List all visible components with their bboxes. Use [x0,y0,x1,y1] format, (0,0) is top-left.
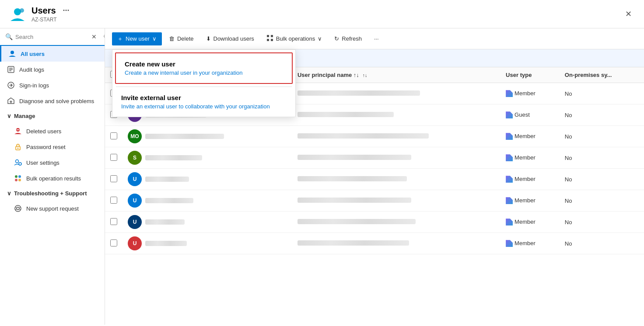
on-premises-cell: No [560,104,644,126]
user-upn-blurred [298,219,416,224]
user-upn-cell [292,212,500,233]
user-name-cell: U [122,190,292,212]
close-button[interactable]: ✕ [622,7,635,21]
search-clear-button[interactable]: ✕ [91,33,97,40]
user-type-label: Member [514,90,536,97]
user-row: S [128,151,287,165]
row-select-checkbox[interactable] [110,175,117,182]
user-name-blurred [145,155,202,160]
svg-point-22 [15,205,21,212]
user-type-icon [506,240,513,247]
user-name-blurred [145,134,224,139]
svg-point-20 [15,179,18,181]
user-avatar: U [128,236,142,250]
user-upn-blurred [298,240,409,246]
table-row: U MemberNo [105,190,644,212]
svg-point-21 [18,179,21,181]
sidebar-item-deleted-users[interactable]: Deleted users [0,123,105,139]
sidebar-item-new-support-request[interactable]: New support request [0,201,105,216]
on-premises-cell: No [560,169,644,190]
row-select-checkbox[interactable] [110,132,117,139]
user-upn-cell [292,126,500,147]
svg-point-19 [18,175,21,178]
bulk-operations-button[interactable]: Bulk operations ∨ [261,32,328,45]
new-user-button[interactable]: ＋ New user ∨ [112,32,162,45]
sidebar-item-user-settings[interactable]: User settings [0,155,105,170]
on-premises-cell: No [560,147,644,169]
new-user-chevron-icon: ∨ [152,35,157,42]
search-icon: 🔍 [5,33,13,40]
signin-logs-icon [7,81,15,89]
row-checkbox-cell [105,190,122,212]
svg-rect-30 [267,39,269,41]
invite-external-desc: Invite an external user to collaborate w… [121,103,287,110]
all-users-icon [8,50,16,58]
user-row: U [128,236,287,250]
sidebar-item-all-users[interactable]: All users [0,46,105,62]
user-upn-blurred [298,155,411,160]
sidebar-item-password-reset[interactable]: Password reset [0,139,105,155]
row-select-checkbox[interactable] [110,218,117,225]
user-type-label: Member [514,154,536,161]
manage-section-header[interactable]: ∨ Manage [0,109,105,123]
col-header-on-premises: On-premises sy... [560,67,644,83]
download-icon: ⬇ [206,35,211,42]
user-upn-cell [292,169,500,190]
sidebar-item-signin-logs[interactable]: Sign-in logs [0,77,105,93]
user-type-icon [506,133,513,140]
user-type-cell: Member [500,233,560,254]
bulk-ops-icon [266,35,273,43]
row-checkbox-cell [105,233,122,254]
table-row: U MemberNo [105,169,644,190]
user-upn-blurred [298,90,420,96]
download-users-button[interactable]: ⬇ Download users [201,33,259,45]
header-title-group: Users ··· AZ-START [32,6,622,23]
user-row: U [128,194,287,208]
svg-line-26 [19,208,21,208]
user-upn-blurred [298,133,429,139]
user-avatar: U [128,172,142,186]
user-type-cell: Member [500,126,560,147]
collapse-icon[interactable]: 《 [100,33,105,41]
refresh-button[interactable]: ↻ Refresh [329,33,367,45]
user-avatar: S [128,151,142,165]
row-checkbox-cell [105,147,122,169]
refresh-icon: ↻ [334,35,339,42]
row-select-checkbox[interactable] [110,239,117,246]
svg-point-13 [18,148,19,149]
delete-button[interactable]: 🗑 Delete [164,33,199,45]
ellipsis-menu[interactable]: ··· [63,6,70,15]
user-type-label: Member [514,218,536,225]
invite-external-user-option[interactable]: Invite external user Invite an external … [112,87,295,117]
user-row: MO [128,129,287,143]
user-type-cell: Member [500,190,560,212]
content-area: ＋ New user ∨ 🗑 Delete ⬇ Download users B… [105,28,644,325]
user-upn-blurred [298,112,394,117]
sidebar-item-diagnose[interactable]: Diagnose and solve problems [0,93,105,109]
audit-logs-icon [7,66,15,73]
sidebar-item-audit-logs[interactable]: Audit logs [0,62,105,77]
on-premises-cell: No [560,233,644,254]
on-premises-cell: No [560,126,644,147]
user-type-label: Member [514,133,536,139]
more-button[interactable]: ··· [369,33,384,45]
troubleshoot-section-header[interactable]: ∨ Troubleshooting + Support [0,186,105,201]
row-select-checkbox[interactable] [110,154,117,161]
row-select-checkbox[interactable] [110,197,117,204]
sidebar-item-bulk-operation-results[interactable]: Bulk operation results [0,170,105,186]
search-input[interactable] [15,34,89,40]
col-header-upn[interactable]: User principal name ↑↓ ↑↓ [292,67,500,83]
create-new-user-desc: Create a new internal user in your organ… [125,69,283,76]
on-premises-cell: No [560,212,644,233]
row-checkbox-cell [105,169,122,190]
svg-point-1 [20,8,24,13]
create-new-user-option[interactable]: Create new user Create a new internal us… [115,52,293,84]
app-header: Users ··· AZ-START ✕ [0,0,644,28]
user-upn-blurred [298,198,411,203]
create-new-user-title: Create new user [125,60,283,68]
invite-external-title: Invite external user [121,94,287,101]
svg-point-23 [17,207,19,210]
search-bar: 🔍 ✕ 《 [0,28,105,46]
user-upn-blurred [298,176,407,181]
user-type-icon [506,176,513,183]
